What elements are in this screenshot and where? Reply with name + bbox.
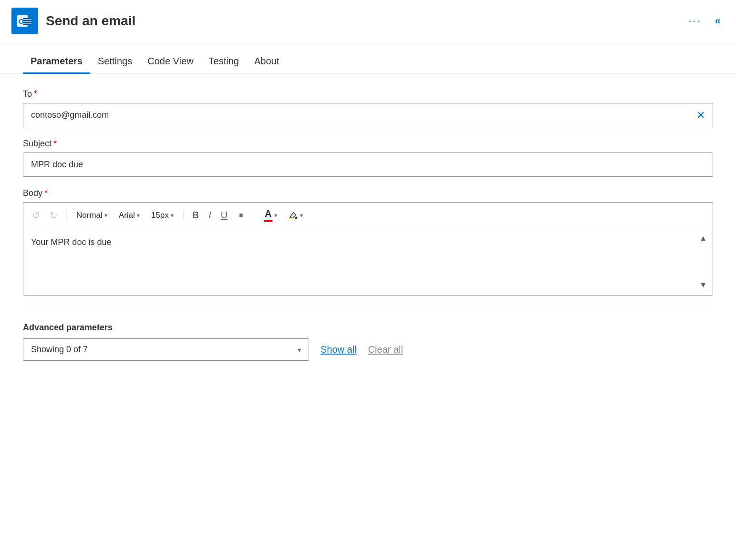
bold-button[interactable]: B <box>189 208 202 223</box>
toolbar-sep-3 <box>254 210 254 221</box>
body-required: * <box>44 188 48 198</box>
to-clear-button[interactable]: ✕ <box>689 105 713 125</box>
body-text: Your MPR doc is due <box>31 236 705 249</box>
advanced-select-chevron-icon: ▾ <box>298 346 301 354</box>
advanced-title: Advanced parameters <box>23 323 713 333</box>
advanced-section: Advanced parameters Showing 0 of 7 ▾ Sho… <box>23 323 713 361</box>
scroll-down-button[interactable]: ▼ <box>699 281 707 289</box>
size-dropdown[interactable]: 15px ▾ <box>147 209 177 222</box>
toolbar-sep-2 <box>183 210 184 221</box>
svg-rect-6 <box>289 218 293 219</box>
underline-icon: U <box>221 210 228 221</box>
page-title: Send an email <box>46 13 135 29</box>
collapse-button[interactable]: « <box>715 15 721 27</box>
to-input-wrapper: ✕ <box>23 103 713 127</box>
to-field-group: To * ✕ <box>23 89 713 127</box>
size-chevron-icon: ▾ <box>171 212 174 219</box>
font-color-dropdown[interactable]: A ▾ <box>260 206 281 224</box>
redo-icon: ↻ <box>50 210 58 221</box>
tab-code-view[interactable]: Code View <box>140 50 201 74</box>
highlight-chevron-icon: ▾ <box>300 212 303 219</box>
clear-all-button[interactable]: Clear all <box>368 344 403 355</box>
font-color-chevron-icon: ▾ <box>274 212 277 219</box>
advanced-select-text: Showing 0 of 7 <box>31 345 298 355</box>
font-color-a-icon: A <box>264 208 272 219</box>
body-field-group: Body * ↺ ↻ Normal ▾ Arial ▾ <box>23 188 713 295</box>
undo-button[interactable]: ↺ <box>29 208 43 223</box>
style-chevron-icon: ▾ <box>104 212 107 219</box>
tab-about[interactable]: About <box>247 50 287 74</box>
scroll-up-icon: ▲ <box>699 234 707 242</box>
header: O Send an email ··· « <box>0 0 736 42</box>
subject-input[interactable] <box>23 153 713 176</box>
scroll-up-button[interactable]: ▲ <box>699 234 707 243</box>
tab-parameters[interactable]: Parameters <box>23 50 90 74</box>
to-label: To * <box>23 89 713 99</box>
to-input[interactable] <box>23 103 689 127</box>
highlight-icon-wrapper <box>289 211 298 220</box>
more-options-button[interactable]: ··· <box>684 13 705 29</box>
close-icon: ✕ <box>696 109 705 122</box>
body-label: Body * <box>23 188 713 198</box>
header-left: O Send an email <box>11 8 135 34</box>
editor-toolbar: ↺ ↻ Normal ▾ Arial ▾ 15px ▾ <box>23 203 713 228</box>
show-all-button[interactable]: Show all <box>321 344 357 355</box>
svg-point-7 <box>295 216 298 219</box>
tabs-bar: Parameters Settings Code View Testing Ab… <box>0 50 736 74</box>
to-required: * <box>34 89 37 99</box>
style-dropdown[interactable]: Normal ▾ <box>73 209 111 222</box>
redo-button[interactable]: ↻ <box>47 208 61 223</box>
subject-label: Subject * <box>23 139 713 149</box>
app-icon: O <box>11 8 38 34</box>
font-color-bar <box>264 220 272 222</box>
subject-field-group: Subject * <box>23 139 713 177</box>
section-divider <box>23 311 713 311</box>
bold-icon: B <box>192 210 199 221</box>
font-chevron-icon: ▾ <box>137 212 140 219</box>
highlight-dropdown[interactable]: ▾ <box>285 209 307 222</box>
header-actions: ··· « <box>684 13 721 29</box>
advanced-select[interactable]: Showing 0 of 7 ▾ <box>23 338 309 361</box>
subject-required: * <box>53 139 57 149</box>
tab-settings[interactable]: Settings <box>90 50 140 74</box>
content-area: To * ✕ Subject * Body * ↺ <box>0 74 736 387</box>
toolbar-sep-1 <box>66 210 67 221</box>
italic-icon: I <box>208 210 211 221</box>
advanced-row: Showing 0 of 7 ▾ Show all Clear all <box>23 338 713 361</box>
body-editor: ↺ ↻ Normal ▾ Arial ▾ 15px ▾ <box>23 202 713 295</box>
link-icon: ⚭ <box>237 210 245 221</box>
undo-icon: ↺ <box>32 210 40 221</box>
italic-button[interactable]: I <box>206 208 214 223</box>
scroll-down-icon: ▼ <box>699 281 707 289</box>
font-color-icon-wrapper: A <box>264 208 272 222</box>
highlight-bucket-icon <box>289 211 298 220</box>
tab-testing[interactable]: Testing <box>201 50 247 74</box>
subject-input-wrapper <box>23 153 713 177</box>
link-button[interactable]: ⚭ <box>234 208 248 223</box>
font-dropdown[interactable]: Arial ▾ <box>115 209 144 222</box>
editor-content[interactable]: Your MPR doc is due ▲ ▼ <box>23 228 713 295</box>
underline-button[interactable]: U <box>218 208 230 223</box>
